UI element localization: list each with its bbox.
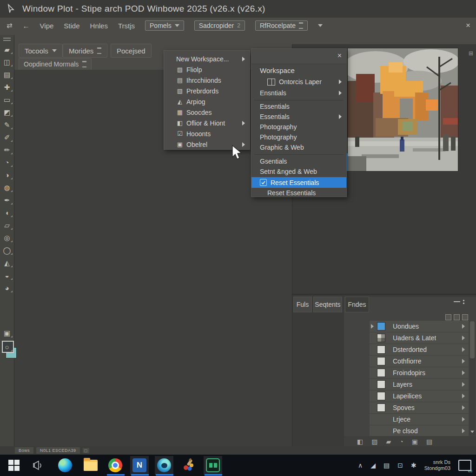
submenu-item-photography-1[interactable]: Photography [251, 122, 346, 132]
layer-row[interactable]: Lrjece [370, 414, 469, 425]
submenu-item-setnt-nged-web[interactable]: Setnt &nged & Web [251, 166, 346, 177]
tab-fuls[interactable]: Fuls [293, 297, 312, 312]
healing-brush-icon[interactable]: ✎ [0, 119, 14, 131]
hand-tool-icon[interactable]: ◒ [0, 270, 14, 281]
taskbar-app-edge[interactable] [56, 456, 74, 475]
layer-thumbnail[interactable] [377, 334, 385, 342]
tab-tocools[interactable]: Tocools [19, 44, 63, 58]
submenu-item-graphic-web[interactable]: Graphic & Web [251, 142, 346, 152]
menu-item-prebrdords[interactable]: ▧ Prebrdords [164, 86, 250, 96]
submenu-item-ontorcis-laper[interactable]: Ontorcis Laper [251, 77, 346, 87]
menu-item-fliolp[interactable]: ▨ Fliolp [164, 64, 250, 75]
menu-item-oflior-hiont[interactable]: ◧ Oflior & Hiont [164, 118, 250, 128]
rocelpate-button[interactable]: RfRocelpate [255, 20, 308, 31]
tab-pocejsed[interactable]: Pocejsed [111, 44, 152, 58]
layer-thumbnail[interactable] [377, 403, 385, 412]
panel-options-icon[interactable] [463, 300, 464, 301]
close-icon[interactable]: × [466, 21, 470, 30]
status-doc-icon[interactable]: ▢ [83, 448, 89, 453]
layer-row[interactable]: Uondues [370, 321, 469, 332]
adjustment-icon[interactable]: ◧ [357, 438, 363, 445]
close-icon[interactable]: × [337, 52, 342, 60]
type-tool-icon[interactable]: ◯ [0, 245, 14, 256]
status-tab-document[interactable]: N0L1 ESCEDA39 [36, 447, 80, 454]
taskbar-app-teal[interactable] [155, 456, 173, 475]
menu-item-arpiog[interactable]: ◭ Arpiog [164, 96, 250, 107]
taskbar-app-paint[interactable] [179, 456, 198, 475]
expand-icon[interactable] [462, 324, 465, 329]
scroll-down-icon[interactable] [470, 431, 474, 433]
expand-icon[interactable] [462, 417, 465, 422]
submenu-item-ensntials[interactable]: Ensntials [251, 88, 346, 98]
layer-row[interactable]: Froindopirs [370, 367, 469, 378]
menu-item-hnles[interactable]: Hnles [90, 22, 108, 30]
menu-item-obelrel[interactable]: ▣ Obelrel [164, 139, 250, 150]
submenu-item-essentials-2[interactable]: Essentials [251, 112, 346, 122]
taskbar-app-announce[interactable] [29, 456, 47, 475]
status-tab-bows[interactable]: Bows [15, 447, 33, 454]
quick-mask-icon[interactable]: ▣ [0, 328, 14, 339]
new-layer-icon[interactable]: ▣ [412, 438, 418, 445]
menu-item-trstjs[interactable]: Trstjs [118, 22, 135, 30]
chevron-up-icon[interactable]: ∧ [358, 462, 363, 469]
layer-thumbnail[interactable] [377, 392, 385, 400]
move-tool-icon[interactable]: ▰ [0, 44, 14, 55]
back-arrow-icon[interactable]: ← [23, 22, 30, 30]
panel-drag-handle[interactable] [3, 38, 11, 39]
chevron-down-icon[interactable] [318, 24, 323, 27]
dodge-tool-icon[interactable]: ◎ [0, 232, 14, 244]
start-button[interactable] [5, 456, 23, 475]
layer-thumbnail[interactable] [377, 380, 385, 389]
tray-clock[interactable]: snrk Ds Stondgm03 [424, 459, 450, 471]
layer-row[interactable]: Cothfiorre [370, 356, 469, 367]
menu-item-vipe[interactable]: Vipe [40, 22, 54, 30]
zoom-tool-icon[interactable]: ○ [0, 342, 14, 353]
filter-kind-icon[interactable] [445, 314, 451, 320]
expand-icon[interactable] [462, 429, 465, 433]
folder-icon[interactable]: ▨ [371, 438, 377, 445]
expand-icon[interactable] [462, 382, 465, 387]
menu-item-ihrcchiionds[interactable]: ▤ Ihrcchiionds [164, 75, 250, 86]
menu-item-hooonts[interactable]: ☑ Hooonts [164, 128, 250, 139]
shape-tool-icon[interactable]: ▱ [0, 220, 14, 231]
pen-tool-icon[interactable]: ✒ [0, 195, 14, 206]
layer-thumbnail[interactable] [377, 345, 385, 354]
lasso-tool-icon[interactable]: ▤ [0, 69, 14, 80]
settings-icon[interactable]: ✱ [411, 462, 416, 469]
clone-stamp-icon[interactable]: ✏ [0, 145, 14, 156]
submenu-item-gsentials[interactable]: Gsentials [251, 156, 346, 166]
path-select-tool-icon[interactable]: ◭ [0, 258, 14, 269]
sadcropider-button[interactable]: Sadcropider 2 [194, 20, 245, 31]
preset-box[interactable]: Oopdined Mormals [19, 58, 92, 70]
brush-tool-icon[interactable]: ✐ [0, 132, 14, 143]
action-center-icon[interactable]: ed [458, 460, 471, 471]
expand-icon[interactable] [462, 359, 465, 364]
printer-icon[interactable]: ▤ [383, 462, 390, 469]
marquee-tool-icon[interactable]: ◫ [0, 57, 14, 68]
layer-row[interactable]: Pe clsod [370, 425, 469, 436]
taskbar-app-notes[interactable]: N [130, 456, 149, 475]
tab-seqtents[interactable]: Seqtents [313, 297, 342, 312]
menu-item-soocdes[interactable]: ▦ Soocdes [164, 107, 250, 118]
layer-row[interactable]: Dsterdorted [370, 344, 469, 355]
display-icon[interactable]: ⊡ [397, 462, 403, 469]
layer-row[interactable]: Lapeilices [370, 390, 469, 402]
submenu-item-photography-2[interactable]: Photography [251, 132, 346, 142]
panel-menu-icon[interactable] [454, 301, 460, 302]
eyedropper-tool-icon[interactable]: ◩ [0, 107, 14, 118]
taskbar-app-green[interactable] [204, 456, 222, 475]
rotate-view-tool-icon[interactable]: ◕ [0, 283, 14, 294]
document-thumbnail[interactable] [348, 48, 458, 171]
history-brush-icon[interactable]: ◔ [0, 157, 14, 168]
layer-thumbnail[interactable] [377, 322, 385, 331]
disclosure-icon[interactable] [371, 324, 374, 329]
tab-fndes[interactable]: Fndes [345, 297, 369, 312]
layer-row[interactable]: Uaders & Latet [370, 332, 469, 344]
submenu-item-essentials-1[interactable]: Essentials [251, 101, 346, 112]
layer-row[interactable]: Layers [370, 379, 469, 390]
panels-dropdown-button[interactable]: Pomels [145, 20, 184, 31]
mask-icon[interactable]: ◔ [399, 438, 403, 445]
submenu-item-reset-essentials-selected[interactable]: Reset Essentials [251, 177, 346, 188]
expand-icon[interactable] [462, 370, 465, 375]
expand-icon[interactable] [462, 336, 465, 340]
